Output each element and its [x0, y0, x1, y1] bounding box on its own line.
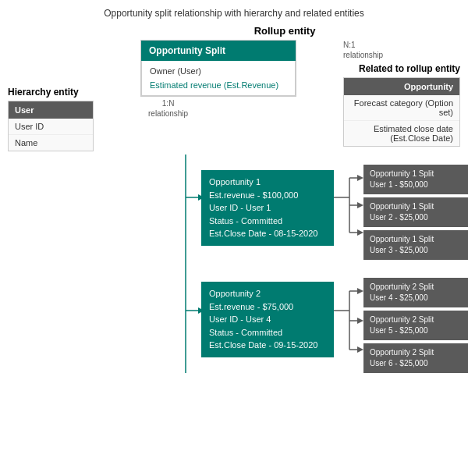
split1-1: Opportunity 1 Split User 2 - $25,000	[363, 197, 468, 227]
opp2-box: Opportunity 2 Est.revenue - $75,000 User…	[201, 282, 334, 357]
opp2-line4: Est.Close Date - 09-15-2020	[209, 339, 326, 352]
rollup-box-body: Owner (User) Estimated revenue (Est.Reve…	[141, 61, 296, 96]
opp2-line3: Status - Committed	[209, 326, 326, 339]
related-field-0: Forecast category (Option set)	[344, 95, 459, 121]
split2-1-line2: User 5 - $25,000	[370, 325, 466, 336]
rollup-box-header: Opportunity Split	[141, 41, 296, 61]
related-label: Related to rollup entity	[335, 63, 460, 74]
opp1-line1: Est.revenue - $100,000	[209, 189, 326, 202]
rollup-box: Opportunity Split Owner (User) Estimated…	[140, 40, 296, 97]
split1-0: Opportunity 1 Split User 1 - $50,000	[363, 165, 468, 194]
related-field-1: Estimated close date (Est.Close Date)	[344, 121, 459, 146]
splits-group2: Opportunity 2 Split User 4 - $25,000 Opp…	[363, 278, 468, 373]
split2-0: Opportunity 2 Split User 4 - $25,000	[363, 278, 468, 307]
svg-marker-8	[357, 175, 363, 181]
split1-2-line2: User 3 - $25,000	[370, 245, 466, 256]
split1-1-line2: User 2 - $25,000	[370, 212, 466, 223]
hierarchy-box: User User ID Name	[8, 101, 94, 151]
opp1-line3: Status - Committed	[209, 215, 326, 228]
opp2-content: Opportunity 2 Est.revenue - $75,000 User…	[201, 282, 334, 357]
split1-2: Opportunity 1 Split User 3 - $25,000	[363, 230, 468, 260]
splits-group1: Opportunity 1 Split User 1 - $50,000 Opp…	[363, 165, 468, 260]
split2-2-line1: Opportunity 2 Split	[370, 347, 466, 358]
hierarchy-field-1: Name	[9, 135, 93, 151]
rollup-field-0: Owner (User)	[150, 64, 287, 78]
rel-label-right: N:1 relationship	[343, 40, 460, 60]
split2-1-line1: Opportunity 2 Split	[370, 314, 466, 325]
split2-2: Opportunity 2 Split User 6 - $25,000	[363, 343, 468, 373]
bottom-diagram: Opportunity 1 Est.revenue - $100,000 Use…	[8, 155, 460, 396]
hierarchy-label: Hierarchy entity	[8, 87, 101, 98]
opp2-line2: User ID - User 4	[209, 313, 326, 326]
opp1-box: Opportunity 1 Est.revenue - $100,000 Use…	[201, 170, 334, 246]
page-title: Opportunity split relationship with hier…	[8, 8, 460, 19]
opp2-line0: Opportunity 2	[209, 287, 326, 300]
split2-1: Opportunity 2 Split User 5 - $25,000	[363, 311, 468, 340]
rel-label-left: 1:N relationship	[148, 98, 188, 119]
opp1-line2: User ID - User 1	[209, 201, 326, 215]
svg-marker-20	[357, 346, 363, 353]
opp1-line4: Est.Close Date - 08-15-2020	[209, 227, 326, 240]
hierarchy-header: User	[9, 101, 93, 119]
split1-2-line1: Opportunity 1 Split	[370, 234, 466, 245]
opp2-line1: Est.revenue - $75,000	[209, 300, 326, 314]
center-area: Opportunity Split Owner (User) Estimated…	[101, 40, 335, 119]
split1-0-line1: Opportunity 1 Split	[370, 169, 466, 179]
hierarchy-section: Hierarchy entity User User ID Name	[8, 40, 101, 151]
split1-0-line2: User 1 - $50,000	[370, 179, 466, 190]
related-box: Opportunity Forecast category (Option se…	[343, 77, 460, 147]
hierarchy-body: User ID Name	[9, 119, 93, 151]
rollup-field-1: Estimated revenue (Est.Revenue)	[150, 78, 287, 92]
page: Opportunity split relationship with hier…	[0, 0, 468, 476]
split2-0-line2: User 4 - $25,000	[370, 293, 466, 304]
split1-1-line1: Opportunity 1 Split	[370, 201, 466, 212]
svg-marker-10	[357, 202, 363, 208]
split2-0-line1: Opportunity 2 Split	[370, 282, 466, 293]
split2-2-line2: User 6 - $25,000	[370, 358, 466, 369]
related-header: Opportunity	[344, 78, 459, 95]
svg-marker-18	[357, 318, 363, 324]
svg-marker-12	[357, 229, 363, 236]
rollup-label: Rollup entity	[109, 25, 460, 37]
hierarchy-field-0: User ID	[9, 119, 93, 135]
related-section: N:1 relationship Related to rollup entit…	[335, 40, 460, 147]
opp1-content: Opportunity 1 Est.revenue - $100,000 Use…	[201, 170, 334, 246]
svg-marker-16	[357, 288, 363, 294]
related-body: Forecast category (Option set) Estimated…	[344, 95, 459, 146]
opp1-line0: Opportunity 1	[209, 176, 326, 189]
